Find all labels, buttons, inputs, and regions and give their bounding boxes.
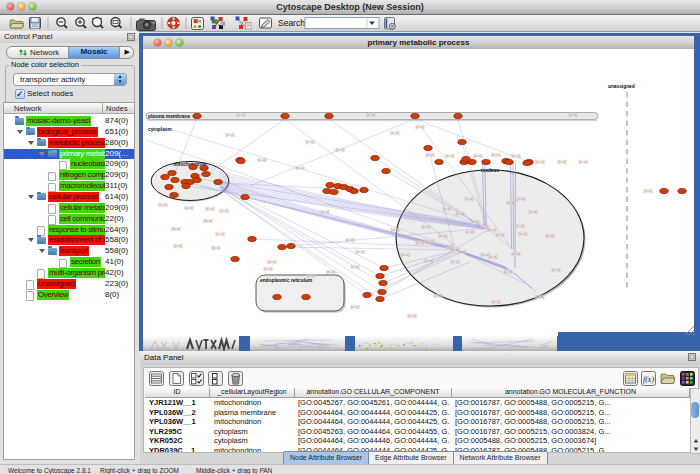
svg-text:[xx xx]: [xx xx]: [439, 234, 447, 238]
svg-text:[xx xx]: [xx xx]: [536, 295, 544, 299]
svg-text:[xx xx]: [xx xx]: [512, 252, 520, 256]
svg-text:[xx xx]: [xx xx]: [496, 233, 504, 237]
svg-text:[xx xx]: [xx xx]: [185, 206, 193, 210]
svg-text:[xx xx]: [xx xx]: [474, 154, 482, 158]
svg-text:[xx xx]: [xx xx]: [425, 259, 433, 263]
svg-text:[xx xx]: [xx xx]: [579, 160, 587, 164]
svg-text:plasma membrane: plasma membrane: [148, 114, 190, 119]
svg-text:[xx xx]: [xx xx]: [391, 131, 399, 135]
svg-text:[xx xx]: [xx xx]: [492, 153, 500, 157]
svg-text:[xx xx]: [xx xx]: [258, 158, 266, 162]
svg-text:[xx xx]: [xx xx]: [465, 197, 473, 201]
svg-text:[xx xx]: [xx xx]: [644, 189, 652, 193]
svg-text:[xx xx]: [xx xx]: [426, 153, 434, 157]
svg-text:[xx xx]: [xx xx]: [517, 197, 525, 201]
svg-text:[xx xx]: [xx xx]: [546, 234, 554, 238]
svg-text:[xx xx]: [xx xx]: [426, 239, 434, 243]
svg-text:[xx xx]: [xx xx]: [401, 253, 409, 257]
svg-text:[xx xx]: [xx xx]: [206, 207, 214, 211]
svg-text:[xx xx]: [xx xx]: [268, 260, 276, 264]
svg-text:[xx xx]: [xx xx]: [552, 268, 560, 272]
svg-text:[xx xx]: [xx xx]: [519, 232, 527, 236]
svg-text:f(x): f(x): [643, 375, 654, 384]
svg-text:[xx xx]: [xx xx]: [327, 270, 335, 274]
svg-text:[xx xx]: [xx xx]: [558, 160, 566, 164]
svg-text:[xx xx]: [xx xx]: [296, 166, 304, 170]
svg-text:[xx xx]: [xx xx]: [307, 274, 315, 278]
svg-text:[xx xx]: [xx xx]: [346, 238, 354, 242]
svg-text:[xx xx]: [xx xx]: [351, 265, 359, 269]
svg-text:[xx xx]: [xx xx]: [504, 270, 512, 274]
svg-text:[xx xx]: [xx xx]: [516, 224, 524, 228]
svg-text:[xx xx]: [xx xx]: [492, 300, 500, 304]
svg-text:[xx xx]: [xx xx]: [536, 160, 544, 164]
svg-text:unassigned: unassigned: [608, 84, 635, 89]
svg-text:cytoplasm: cytoplasm: [148, 127, 172, 132]
svg-text:[xx xx]: [xx xx]: [391, 228, 399, 232]
svg-text:[xx xx]: [xx xx]: [416, 241, 424, 245]
svg-text:[xx xx]: [xx xx]: [489, 255, 497, 259]
svg-text:endoplasmic reticulum: endoplasmic reticulum: [260, 278, 312, 283]
svg-text:nucleus: nucleus: [481, 168, 499, 173]
svg-text:[xx xx]: [xx xx]: [237, 113, 245, 117]
svg-text:[xx xx]: [xx xx]: [466, 230, 474, 234]
svg-text:[xx xx]: [xx xx]: [356, 250, 364, 254]
svg-text:[xx xx]: [xx xx]: [367, 113, 375, 117]
svg-text:[xx xx]: [xx xx]: [408, 314, 416, 318]
svg-text:[xx xx]: [xx xx]: [172, 227, 180, 231]
svg-text:[xx xx]: [xx xx]: [226, 133, 234, 137]
svg-text:[xx xx]: [xx xx]: [306, 140, 314, 144]
svg-text:[xx xx]: [xx xx]: [569, 113, 577, 117]
svg-text:[xx xx]: [xx xx]: [220, 209, 228, 213]
svg-text:[xx xx]: [xx xx]: [512, 154, 520, 158]
svg-text:[xx xx]: [xx xx]: [445, 244, 453, 248]
svg-text:[xx xx]: [xx xx]: [336, 148, 344, 152]
svg-text:[xx xx]: [xx xx]: [216, 232, 224, 236]
svg-text:[xx xx]: [xx xx]: [434, 294, 442, 298]
svg-text:[xx xx]: [xx xx]: [264, 267, 272, 271]
svg-text:[xx xx]: [xx xx]: [471, 220, 479, 224]
svg-text:[xx xx]: [xx xx]: [321, 210, 329, 214]
svg-text:[xx xx]: [xx xx]: [351, 305, 359, 309]
svg-text:[xx xx]: [xx xx]: [529, 210, 537, 214]
svg-text:[xx xx]: [xx xx]: [451, 260, 459, 264]
svg-text:[xx xx]: [xx xx]: [159, 203, 167, 207]
svg-text:[xx xx]: [xx xx]: [416, 125, 424, 129]
svg-text:[xx xx]: [xx xx]: [174, 244, 182, 248]
svg-text:Search:: Search:: [278, 18, 307, 28]
svg-text:[xx xx]: [xx xx]: [212, 246, 220, 250]
svg-text:[xx xx]: [xx xx]: [456, 212, 464, 216]
svg-text:[xx xx]: [xx xx]: [488, 228, 496, 232]
svg-text:[xx xx]: [xx xx]: [446, 154, 454, 158]
svg-text:[xx xx]: [xx xx]: [422, 225, 430, 229]
svg-text:[xx xx]: [xx xx]: [204, 219, 212, 223]
svg-text:[xx xx]: [xx xx]: [507, 201, 515, 205]
svg-text:[xx xx]: [xx xx]: [458, 250, 466, 254]
svg-text:[xx xx]: [xx xx]: [443, 207, 451, 211]
